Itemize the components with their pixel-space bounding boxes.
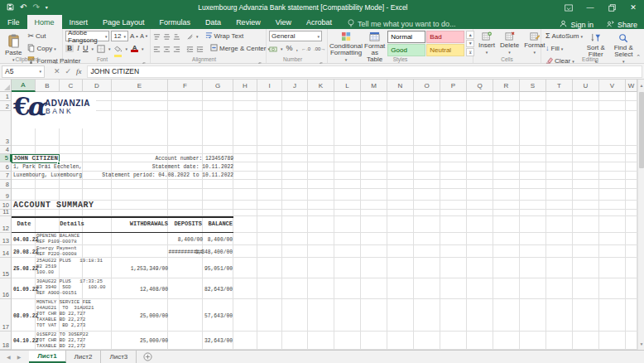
transaction-withdrawal[interactable]: 12,408/00 xyxy=(140,286,168,292)
fill-handle[interactable] xyxy=(57,162,60,165)
row-header-8[interactable]: 8 xyxy=(0,180,12,189)
row-header-3[interactable]: 3 xyxy=(0,111,12,146)
column-header-C[interactable]: C xyxy=(60,80,83,92)
sheet-tab-лист2[interactable]: Лист2 xyxy=(66,351,102,363)
table-header-deposits[interactable]: DEPOSITS xyxy=(168,220,202,227)
font-color-icon[interactable]: A xyxy=(131,45,138,52)
formula-input[interactable]: JOHN CITIZEN xyxy=(87,65,642,78)
column-header-B[interactable]: B xyxy=(36,80,60,92)
delete-cells-button[interactable]: Delete▾ xyxy=(497,31,521,56)
style-good[interactable]: Good xyxy=(387,44,425,56)
transaction-row[interactable]: 20.08.22Energy Payment REF P220-00008###… xyxy=(12,245,233,258)
table-header-balance[interactable]: BALANCE xyxy=(202,220,233,227)
column-header-R[interactable]: R xyxy=(493,80,520,92)
transaction-date[interactable]: 08.09.22 xyxy=(13,312,38,318)
column-header-G[interactable]: G xyxy=(203,80,233,92)
ribbon-display-options-icon[interactable] xyxy=(558,0,579,15)
transaction-withdrawal[interactable]: 25,000/00 xyxy=(140,312,168,318)
table-header-date[interactable]: Date xyxy=(12,220,36,227)
transaction-date[interactable]: 04.08.22 xyxy=(13,236,38,242)
column-header-S[interactable]: S xyxy=(520,80,546,92)
add-sheet-button[interactable] xyxy=(137,351,159,363)
transaction-row[interactable]: 08.09.22MONTHLY SERVICE FEE 04AUG21 TO 3… xyxy=(12,299,233,332)
font-name-combobox[interactable]: Adobe Fangsong▾ xyxy=(65,31,109,41)
row-header-11[interactable]: 11 xyxy=(0,210,12,216)
transaction-deposit[interactable]: 8,400/00 xyxy=(178,236,203,242)
column-header-I[interactable]: I xyxy=(257,80,282,92)
redo-icon[interactable]: ↷ xyxy=(32,3,39,12)
font-dialog-launcher[interactable] xyxy=(142,56,148,62)
ribbon-tab-review[interactable]: Review xyxy=(228,15,268,29)
column-header-H[interactable]: H xyxy=(233,80,257,92)
borders-icon[interactable] xyxy=(97,41,105,56)
ribbon-tab-acrobat[interactable]: Acrobat xyxy=(299,15,339,29)
transaction-details[interactable]: 25AUG22 PLUS 19:18:31 N2 2519 100.00 xyxy=(36,259,103,276)
row-header-1[interactable]: 1 xyxy=(0,92,12,101)
row-header-7[interactable]: 7 xyxy=(0,172,12,180)
merge-center-button[interactable]: Merge & Center▾ xyxy=(209,43,272,54)
cancel-icon[interactable]: ✕ xyxy=(54,67,60,75)
transaction-row[interactable]: 25.08.2225AUG22 PLUS 19:18:31 N2 2519 10… xyxy=(12,258,233,278)
minimize-icon[interactable]: — xyxy=(579,0,601,15)
scroll-up-icon[interactable]: ▲ xyxy=(638,80,644,91)
increase-decimal-icon[interactable]: ←.0 xyxy=(301,46,310,51)
transaction-date[interactable]: 04.10.22 xyxy=(13,338,38,344)
cell-statement-period[interactable]: Statement period: 04.08.2022 to 10.11.20… xyxy=(12,172,233,178)
bold-button[interactable]: B xyxy=(65,45,74,52)
style-bad[interactable]: Bad xyxy=(426,31,464,43)
cell-statement-date[interactable]: Statement date: 10.11.2022 xyxy=(12,164,233,170)
scroll-down-icon[interactable]: ▼ xyxy=(638,338,644,350)
row-header-15[interactable]: 15 xyxy=(0,258,12,278)
align-left-icon[interactable] xyxy=(153,41,161,56)
transaction-row[interactable]: 04.08.22OPENING BALANCE REF P109-000788,… xyxy=(12,233,233,245)
column-header-E[interactable]: E xyxy=(112,80,168,92)
column-header-P[interactable]: P xyxy=(440,80,467,92)
alignment-dialog-launcher[interactable] xyxy=(258,56,264,62)
column-header-T[interactable]: T xyxy=(546,80,573,92)
close-icon[interactable]: ✕ xyxy=(622,0,644,15)
row-header-14[interactable]: 14 xyxy=(0,245,12,258)
column-header-A[interactable]: A xyxy=(12,80,36,92)
sheet-tab-лист3[interactable]: Лист3 xyxy=(101,351,137,363)
column-header-F[interactable]: F xyxy=(168,80,203,92)
transaction-balance[interactable]: 82,643/00 xyxy=(204,286,233,292)
ribbon-tab-insert[interactable]: Insert xyxy=(62,15,96,29)
scrollbar-thumb[interactable] xyxy=(639,92,644,168)
column-header-J[interactable]: J xyxy=(282,80,308,92)
style-neutral[interactable]: Neutral xyxy=(426,44,464,56)
column-header-Q[interactable]: Q xyxy=(467,80,493,92)
column-header-O[interactable]: O xyxy=(414,80,440,92)
style-normal[interactable]: Normal xyxy=(387,31,425,43)
column-header-D[interactable]: D xyxy=(83,80,112,92)
name-box[interactable]: A5▾ xyxy=(2,65,45,78)
transaction-details[interactable]: OPENING BALANCE REF P109-00078 xyxy=(36,234,79,245)
sheet-nav-right-icon[interactable]: ▶ xyxy=(17,354,22,360)
transaction-date[interactable]: 20.08.22 xyxy=(13,249,38,254)
transaction-date[interactable]: 25.08.22 xyxy=(13,265,38,271)
transaction-balance[interactable]: 32,643/00 xyxy=(204,338,233,344)
enter-icon[interactable]: ✓ xyxy=(65,67,72,75)
align-right-icon[interactable] xyxy=(173,41,180,56)
row-header-4[interactable]: 4 xyxy=(0,146,12,154)
sheet-tab-лист1[interactable]: Лист1 xyxy=(29,351,65,363)
transaction-date[interactable]: 01.09.22 xyxy=(13,286,38,292)
underline-button[interactable]: U xyxy=(83,45,89,52)
decrease-font-icon[interactable]: A▼ xyxy=(140,31,148,41)
transaction-row[interactable]: 01.09.2230AUG22 PLUS 17:33:25 N3 3940 SG… xyxy=(12,278,233,299)
comma-icon[interactable]: , xyxy=(296,45,299,52)
row-header-13[interactable]: 13 xyxy=(0,233,12,245)
transaction-balance[interactable]: 1,348,400/00 xyxy=(195,249,233,254)
column-header-V[interactable]: V xyxy=(599,80,626,92)
align-center-icon[interactable] xyxy=(163,41,171,56)
wrap-text-button[interactable]: Wrap Text xyxy=(204,31,246,41)
tell-me-box[interactable]: Tell me what you want to do... xyxy=(339,19,464,29)
transaction-balance[interactable]: 95,051/00 xyxy=(204,265,233,271)
ribbon-tab-view[interactable]: View xyxy=(268,15,299,29)
number-dialog-launcher[interactable] xyxy=(320,56,325,62)
share-button[interactable]: Share xyxy=(600,20,644,29)
transaction-details[interactable]: 01SEP22 TO 30SEP22 TOT CHR BD 22,727 TAX… xyxy=(36,332,89,350)
row-header-12[interactable]: 12 xyxy=(0,216,12,233)
column-header-L[interactable]: L xyxy=(334,80,361,92)
cell-account-summary-title[interactable]: ACCOUNT SUMMARY xyxy=(13,201,94,210)
fill-button[interactable]: ↓Fill▾ xyxy=(544,43,582,54)
